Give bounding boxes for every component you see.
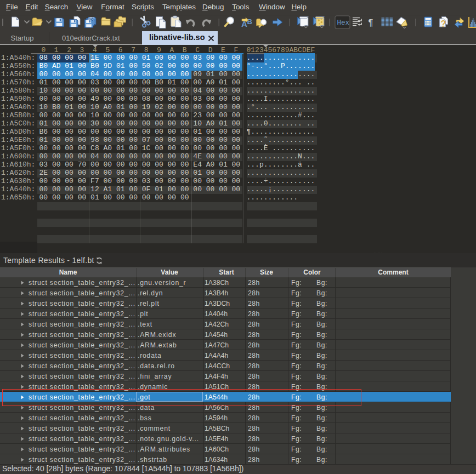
svg-text:¶: ¶ [369, 18, 373, 27]
svg-text:B: B [247, 18, 252, 26]
svg-text:Hex: Hex [337, 19, 350, 27]
svg-text:?: ? [441, 19, 446, 28]
